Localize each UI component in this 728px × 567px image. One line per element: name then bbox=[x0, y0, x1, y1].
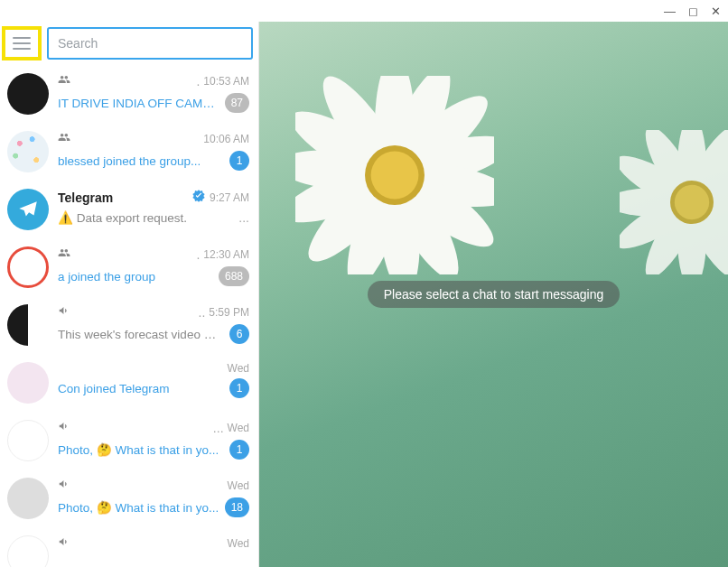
chat-time: 9:27 AM bbox=[210, 191, 249, 204]
avatar bbox=[7, 362, 49, 404]
unread-badge: 87 bbox=[225, 93, 249, 113]
channel-icon bbox=[58, 304, 70, 321]
chat-list[interactable]: . 10:53 AM IT DRIVE INDIA OFF CAMPUS... … bbox=[0, 65, 258, 567]
chat-preview: Photo, 🤔 What is that in yo... bbox=[58, 500, 219, 515]
chat-time: 10:06 AM bbox=[203, 133, 249, 145]
chat-preview: IT DRIVE INDIA OFF CAMPUS... bbox=[58, 97, 219, 110]
chat-preview: blessed joined the group... bbox=[58, 154, 224, 168]
chat-item[interactable]: .. 5:59 PM This week's forecast video wi… bbox=[0, 296, 258, 354]
background-flower bbox=[620, 130, 728, 274]
chat-preview: Con joined Telegram bbox=[58, 382, 224, 395]
menu-button-highlight bbox=[2, 26, 42, 60]
verified-icon bbox=[191, 189, 206, 207]
chat-time: 10:53 AM bbox=[203, 75, 249, 88]
chat-item[interactable]: . 12:30 AM a joined the group 688 bbox=[0, 238, 258, 296]
chat-item[interactable]: ... Wed Photo, 🤔 What is that in yo... 1 bbox=[0, 412, 258, 469]
placeholder-text: Please select a chat to start messaging bbox=[368, 281, 621, 308]
chat-time: 5:59 PM bbox=[209, 306, 249, 319]
channel-icon bbox=[58, 535, 70, 552]
svg-point-29 bbox=[675, 185, 709, 219]
unread-badge: 6 bbox=[229, 324, 249, 344]
avatar bbox=[7, 246, 49, 288]
avatar bbox=[7, 478, 49, 519]
search-input[interactable] bbox=[58, 36, 242, 51]
avatar bbox=[7, 304, 49, 346]
close-button[interactable]: ✕ bbox=[711, 5, 721, 18]
dots: . bbox=[196, 74, 200, 88]
chat-preview: ⚠️ Data export request. bbox=[58, 210, 229, 225]
group-icon bbox=[58, 246, 70, 263]
chat-preview: Photo, 🤔 What is that in yo... bbox=[58, 442, 224, 457]
minimize-button[interactable]: — bbox=[664, 5, 676, 18]
chat-item[interactable]: Telegram 9:27 AM ⚠️ Data export request.… bbox=[0, 181, 258, 238]
chat-item[interactable]: Wed bbox=[0, 527, 258, 567]
ellipsis: ... bbox=[238, 210, 249, 225]
avatar bbox=[7, 189, 49, 230]
menu-icon[interactable] bbox=[13, 37, 31, 50]
chat-time: Wed bbox=[228, 479, 249, 492]
unread-badge: 18 bbox=[225, 497, 249, 517]
search-box[interactable] bbox=[47, 27, 253, 60]
chat-preview: This week's forecast video wil... bbox=[58, 328, 224, 341]
chat-time: Wed bbox=[228, 362, 249, 375]
chat-time: Wed bbox=[228, 422, 249, 434]
unread-badge: 688 bbox=[219, 266, 249, 286]
maximize-button[interactable]: ◻ bbox=[688, 5, 698, 18]
chat-time: 12:30 AM bbox=[203, 248, 249, 261]
unread-badge: 1 bbox=[229, 151, 249, 171]
dots: .. bbox=[199, 305, 206, 320]
chat-title: Telegram bbox=[58, 191, 188, 205]
avatar bbox=[7, 73, 49, 115]
dots: . bbox=[196, 247, 200, 262]
channel-icon bbox=[58, 478, 70, 494]
chat-item[interactable]: Wed Photo, 🤔 What is that in yo... 18 bbox=[0, 469, 258, 527]
background-flower bbox=[295, 76, 494, 274]
avatar bbox=[7, 420, 49, 461]
unread-badge: 1 bbox=[229, 378, 249, 398]
group-icon bbox=[58, 131, 70, 147]
chat-time: Wed bbox=[228, 537, 249, 550]
avatar bbox=[7, 535, 49, 567]
main-area: Please select a chat to start messaging bbox=[259, 22, 728, 567]
avatar bbox=[7, 131, 49, 172]
chat-item[interactable]: Wed Con joined Telegram 1 bbox=[0, 354, 258, 412]
chat-preview: a joined the group bbox=[58, 270, 213, 284]
dots: ... bbox=[213, 421, 224, 435]
sidebar: . 10:53 AM IT DRIVE INDIA OFF CAMPUS... … bbox=[0, 22, 259, 567]
svg-point-15 bbox=[371, 152, 419, 200]
group-icon bbox=[58, 73, 70, 89]
unread-badge: 1 bbox=[229, 440, 249, 460]
chat-item[interactable]: 10:06 AM blessed joined the group... 1 bbox=[0, 123, 258, 181]
chat-item[interactable]: . 10:53 AM IT DRIVE INDIA OFF CAMPUS... … bbox=[0, 65, 258, 123]
channel-icon bbox=[58, 420, 70, 436]
